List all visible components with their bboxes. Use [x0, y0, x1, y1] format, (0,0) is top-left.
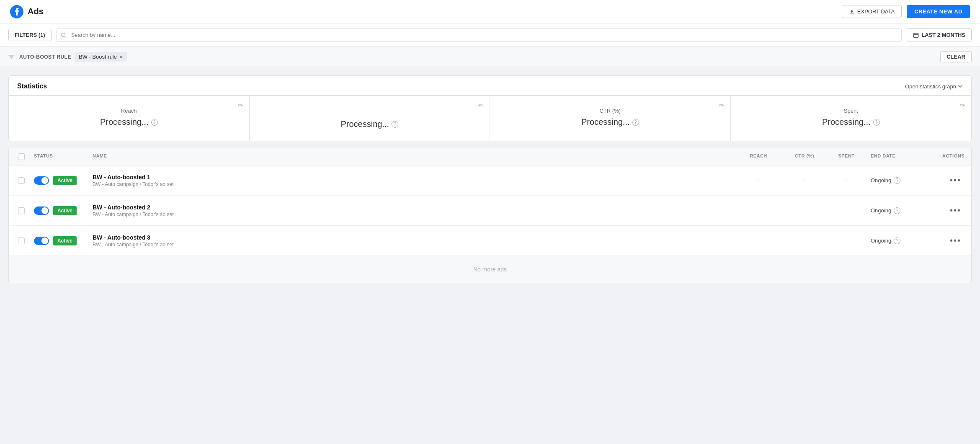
stat-value-metric2: Processing... ?: [260, 119, 480, 129]
row3-checkbox[interactable]: [18, 237, 25, 244]
calendar-icon: [913, 32, 919, 38]
svg-rect-1: [850, 13, 854, 14]
row1-status-badge: Active: [53, 176, 77, 185]
table-header: STATUS NAME REACH CTR (%) SPENT END DATE…: [9, 148, 971, 165]
row1-actions: •••: [926, 170, 968, 191]
row2-status-badge: Active: [53, 206, 77, 215]
row1-name-cell: BW - Auto-boosted 1 BW - Auto campaign /…: [89, 170, 733, 191]
active-filter-row: AUTO-BOOST RULE BW - Boost rule × CLEAR: [0, 47, 980, 67]
stat-value-reach: Processing... ?: [19, 117, 239, 127]
clear-button[interactable]: CLEAR: [940, 51, 972, 62]
row1-checkbox-cell: [12, 173, 31, 188]
search-wrap: [57, 28, 902, 42]
topbar-left: Ads: [10, 5, 44, 18]
row1-ctr: -: [784, 173, 825, 188]
download-icon: [849, 9, 855, 15]
row1-actions-menu[interactable]: •••: [946, 174, 965, 187]
stat-cell-spent: ✏ Spent Processing... ?: [731, 96, 972, 141]
main-content: Statistics Open statistics graph ✏ Reach…: [0, 67, 980, 292]
stat-cell-reach: ✏ Reach Processing... ?: [9, 96, 250, 141]
row1-end-date: Ongoing ?: [867, 173, 926, 188]
row3-end-date-help[interactable]: ?: [894, 237, 900, 244]
metric2-help-icon[interactable]: ?: [392, 121, 398, 128]
filter-chip-remove[interactable]: ×: [119, 54, 123, 60]
row1-checkbox[interactable]: [18, 177, 25, 184]
stat-label-reach: Reach: [19, 108, 239, 114]
header-checkbox[interactable]: [18, 153, 25, 160]
create-new-ad-button[interactable]: CREATE NEW AD: [907, 5, 970, 18]
row3-toggle[interactable]: [34, 237, 49, 245]
export-button[interactable]: EXPORT DATA: [842, 5, 902, 18]
th-end-date: END DATE: [867, 148, 926, 165]
row3-status-cell: Active: [31, 232, 89, 250]
row3-spent: -: [825, 233, 867, 248]
edit-reach-icon[interactable]: ✏: [238, 102, 243, 109]
svg-rect-4: [914, 33, 918, 37]
th-status: STATUS: [31, 148, 89, 165]
row2-spent: -: [825, 203, 867, 218]
row1-ad-sub: BW - Auto campaign / Todor's ad set: [93, 181, 730, 187]
th-ctr: CTR (%): [784, 148, 825, 165]
row2-name-cell: BW - Auto-boosted 2 BW - Auto campaign /…: [89, 200, 733, 222]
row1-ad-name: BW - Auto-boosted 1: [93, 174, 730, 181]
th-actions: ACTIONS: [926, 148, 968, 165]
search-icon: [61, 32, 67, 38]
stat-label-ctr: CTR (%): [500, 108, 720, 114]
row2-toggle[interactable]: [34, 207, 49, 215]
row3-reach: -: [733, 233, 784, 248]
row2-end-date-help[interactable]: ?: [894, 207, 900, 214]
topbar: Ads EXPORT DATA CREATE NEW AD: [0, 0, 980, 23]
th-checkbox: [12, 148, 31, 165]
filter-icon: [8, 54, 14, 60]
facebook-logo: [10, 5, 23, 18]
row3-ctr: -: [784, 233, 825, 248]
stats-grid: ✏ Reach Processing... ? ✏ Processing... …: [9, 96, 971, 141]
row2-end-date: Ongoing ?: [867, 203, 926, 218]
search-input[interactable]: [57, 28, 902, 42]
edit-ctr-icon[interactable]: ✏: [719, 102, 725, 109]
table-row: Active BW - Auto-boosted 3 BW - Auto cam…: [9, 226, 971, 256]
row2-ad-sub: BW - Auto campaign / Todor's ad set: [93, 212, 730, 217]
row1-end-date-help[interactable]: ?: [894, 177, 900, 184]
row2-checkbox[interactable]: [18, 207, 25, 214]
edit-metric2-icon[interactable]: ✏: [478, 102, 484, 109]
row3-actions: •••: [926, 230, 968, 251]
table-row: Active BW - Auto-boosted 2 BW - Auto cam…: [9, 196, 971, 226]
statistics-card: Statistics Open statistics graph ✏ Reach…: [8, 75, 972, 141]
row1-toggle[interactable]: [34, 176, 49, 185]
topbar-right: EXPORT DATA CREATE NEW AD: [842, 5, 970, 18]
row3-ad-name: BW - Auto-boosted 3: [93, 234, 730, 241]
filterbar: FILTERS (1) LAST 2 MONTHS: [0, 23, 980, 47]
stat-cell-metric2: ✏ Processing... ?: [250, 96, 490, 141]
th-spent: SPENT: [825, 148, 867, 165]
row1-status-cell: Active: [31, 172, 89, 189]
row3-checkbox-cell: [12, 233, 31, 248]
row3-name-cell: BW - Auto-boosted 3 BW - Auto campaign /…: [89, 230, 733, 252]
table-row: Active BW - Auto-boosted 1 BW - Auto cam…: [9, 165, 971, 196]
row3-end-date: Ongoing ?: [867, 233, 926, 248]
row3-actions-menu[interactable]: •••: [946, 234, 965, 247]
row2-actions-menu[interactable]: •••: [946, 204, 965, 217]
open-statistics-button[interactable]: Open statistics graph: [905, 83, 963, 90]
spent-help-icon[interactable]: ?: [873, 119, 880, 126]
stat-value-spent: Processing... ?: [741, 117, 962, 127]
stats-title: Statistics: [17, 83, 47, 90]
row1-reach: -: [733, 173, 784, 188]
row1-spent: -: [825, 173, 867, 188]
filter-rule-label: AUTO-BOOST RULE: [19, 54, 71, 60]
stat-cell-ctr: ✏ CTR (%) Processing... ?: [490, 96, 731, 141]
ctr-help-icon[interactable]: ?: [632, 119, 639, 126]
th-name: NAME: [89, 148, 733, 165]
row3-status-badge: Active: [53, 236, 77, 245]
stat-value-ctr: Processing... ?: [500, 117, 720, 127]
no-more-label: No more ads: [9, 256, 971, 283]
filters-button[interactable]: FILTERS (1): [8, 29, 52, 41]
row3-ad-sub: BW - Auto campaign / Todor's ad set: [93, 242, 730, 248]
stats-header: Statistics Open statistics graph: [9, 76, 971, 96]
reach-help-icon[interactable]: ?: [151, 119, 158, 126]
row2-ctr: -: [784, 203, 825, 218]
date-range-button[interactable]: LAST 2 MONTHS: [907, 28, 972, 41]
chevron-down-icon: [958, 84, 963, 89]
svg-line-3: [64, 36, 66, 37]
edit-spent-icon[interactable]: ✏: [960, 102, 965, 109]
